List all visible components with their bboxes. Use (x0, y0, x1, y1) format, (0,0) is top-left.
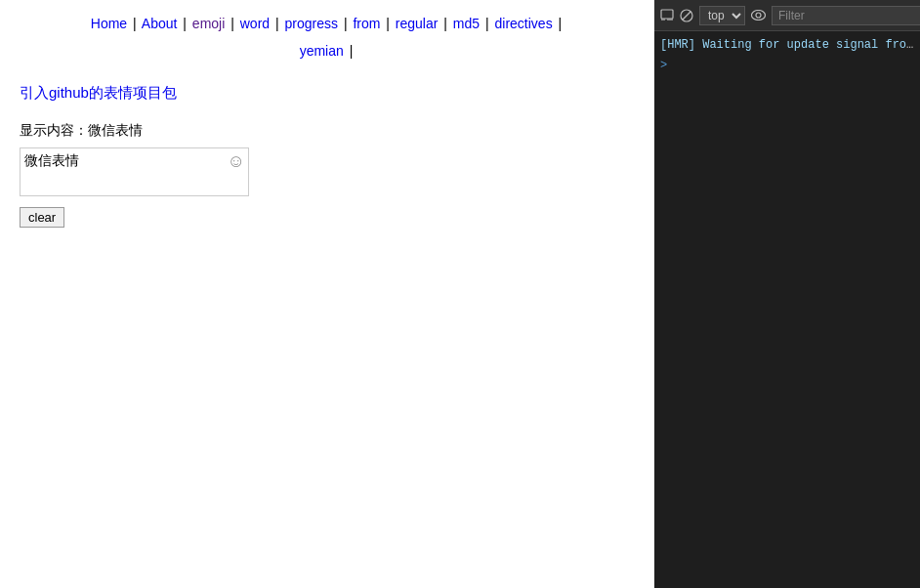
content-area: 引入github的表情项目包 显示内容：微信表情 ☺ clear (20, 74, 635, 237)
svg-point-6 (756, 13, 761, 18)
svg-line-4 (683, 12, 690, 20)
nav-yemian[interactable]: yemian (300, 43, 344, 59)
textarea-wrapper: ☺ (20, 147, 249, 199)
sep-6: | (386, 16, 390, 31)
sep-1: | (133, 16, 137, 31)
console-hmr-text: [HMR] Waiting for update signal from W (660, 38, 914, 52)
devtools-console: [HMR] Waiting for update signal from W > (654, 31, 920, 588)
devtools-toolbar: top (654, 0, 920, 31)
nav-from[interactable]: from (353, 16, 380, 31)
nav-directives[interactable]: directives (495, 16, 553, 31)
console-filter-input[interactable] (772, 6, 920, 25)
svg-point-5 (752, 11, 766, 21)
nav-md5[interactable]: md5 (453, 16, 480, 31)
main-panel: Home | About | emoji | word | progress |… (0, 0, 654, 588)
sep-9: | (559, 16, 563, 31)
nav-word[interactable]: word (240, 16, 270, 31)
nav-progress[interactable]: progress (285, 16, 338, 31)
svg-rect-0 (661, 10, 673, 19)
inspect-icon[interactable] (660, 7, 674, 24)
console-prompt: > (660, 58, 914, 74)
console-line-1: [HMR] Waiting for update signal from W (660, 37, 914, 54)
nav-regular[interactable]: regular (396, 16, 439, 31)
nav-about[interactable]: About (142, 16, 178, 31)
nav: Home | About | emoji | word | progress |… (20, 10, 635, 64)
emoji-picker-button[interactable]: ☺ (228, 151, 245, 172)
sep-8: | (485, 16, 489, 31)
noscript-icon[interactable] (680, 7, 693, 24)
sep-7: | (443, 16, 447, 31)
sep-10: | (350, 43, 354, 59)
clear-button[interactable]: clear (20, 207, 64, 228)
display-label: 显示内容：微信表情 (20, 122, 635, 140)
sep-4: | (275, 16, 279, 31)
nav-home[interactable]: Home (91, 16, 127, 31)
emoji-textarea[interactable] (20, 147, 249, 196)
github-link[interactable]: 引入github的表情项目包 (20, 84, 635, 103)
devtools-panel: top [HMR] Waiting for update signal from… (654, 0, 920, 588)
nav-emoji[interactable]: emoji (192, 16, 225, 31)
sep-3: | (230, 16, 234, 31)
eye-icon[interactable] (751, 7, 766, 24)
sep-2: | (183, 16, 187, 31)
sep-5: | (344, 16, 348, 31)
context-select[interactable]: top (699, 6, 745, 25)
